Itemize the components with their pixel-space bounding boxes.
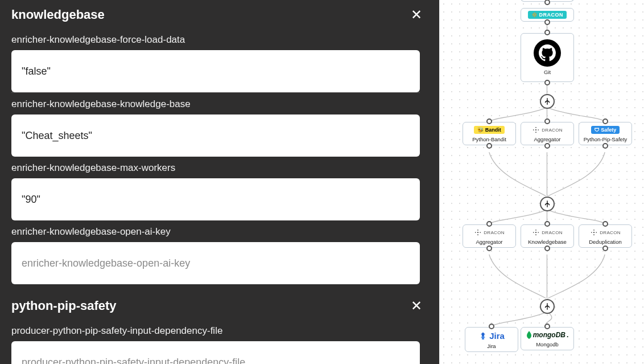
max-workers-input[interactable] [11, 178, 420, 220]
node-deduplication[interactable]: DRACON Deduplication [579, 224, 632, 248]
svg-point-18 [593, 234, 595, 235]
node-caption: Aggregator [465, 239, 513, 245]
node-caption: Python-Pip-Safety [581, 136, 629, 142]
node-caption: Jira [468, 343, 515, 349]
svg-point-17 [596, 232, 597, 233]
svg-point-8 [477, 234, 478, 235]
merge-node[interactable] [540, 197, 555, 211]
svg-point-12 [538, 232, 539, 233]
dracon-icon: DRACON [465, 228, 513, 236]
svg-point-4 [535, 129, 536, 130]
github-icon [534, 39, 561, 67]
dracon-icon: DRACON [581, 228, 629, 236]
section-header-pip-safety: python-pip-safety ✕ [11, 291, 428, 320]
node-git[interactable]: Git [521, 33, 574, 82]
svg-point-7 [480, 232, 481, 233]
svg-point-9 [477, 232, 478, 233]
field-label: enricher-knowledgebase-knowledge-base [11, 99, 428, 110]
section-title: python-pip-safety [11, 298, 117, 313]
field-label: producer-python-pip-safety-input-depende… [11, 325, 428, 337]
node-mongodb[interactable]: mongoDB. Mongodb [521, 327, 574, 350]
jira-icon: Jira [468, 331, 515, 341]
node-caption: Deduplication [581, 239, 629, 245]
mongodb-icon: mongoDB. [523, 331, 571, 339]
dependency-file-input[interactable] [11, 341, 420, 364]
node-python-bandit[interactable]: 🐝 Bandit Python-Bandit [463, 122, 516, 145]
svg-point-1 [533, 129, 534, 130]
node-caption: Git [523, 69, 571, 75]
safety-badge: 🛡 Safety [591, 126, 620, 134]
svg-point-11 [533, 232, 534, 233]
node-unknown-top[interactable] [521, 0, 574, 2]
svg-point-13 [535, 234, 536, 235]
force-load-data-input[interactable] [11, 50, 420, 92]
close-icon[interactable]: ✕ [405, 296, 428, 316]
node-aggregator-2[interactable]: DRACON Aggregator [463, 224, 516, 248]
svg-point-2 [538, 129, 539, 130]
merge-node[interactable] [540, 94, 555, 109]
node-python-pip-safety[interactable]: 🛡 Safety Python-Pip-Safety [579, 122, 632, 145]
node-jira[interactable]: Jira Jira [465, 327, 518, 352]
dracon-icon: DRACON [523, 126, 571, 134]
svg-point-5 [477, 230, 478, 231]
node-dracon-top[interactable]: 🔅DRACON [521, 8, 574, 22]
svg-point-6 [475, 232, 476, 233]
dracon-badge: 🔅DRACON [528, 11, 567, 19]
field-label: enricher-knowledgebase-max-workers [11, 162, 428, 174]
pipeline-canvas[interactable]: 🔅DRACON Git 🐝 Bandit Python-Bandit DRACO… [439, 0, 644, 364]
divider [11, 92, 420, 93]
svg-point-10 [535, 230, 536, 231]
node-caption: Python-Bandit [465, 136, 513, 142]
node-caption: Mongodb [523, 341, 571, 347]
svg-point-14 [535, 232, 536, 233]
config-panel: knowledgebase ✕ enricher-knowledgebase-f… [0, 0, 439, 364]
node-caption: Aggregator [523, 136, 571, 142]
section-header-knowledgebase: knowledgebase ✕ [11, 0, 428, 28]
svg-point-16 [591, 232, 592, 233]
node-aggregator-1[interactable]: DRACON Aggregator [521, 122, 574, 145]
merge-node[interactable] [540, 299, 555, 314]
node-caption: Knowledgebase [523, 239, 571, 245]
dracon-icon: DRACON [523, 228, 571, 236]
svg-point-3 [535, 132, 536, 133]
field-label: enricher-knowledgebase-open-ai-key [11, 226, 428, 238]
section-title: knowledgebase [11, 7, 105, 22]
svg-point-19 [593, 232, 595, 233]
open-ai-key-input[interactable] [11, 242, 420, 284]
svg-point-15 [593, 230, 595, 231]
node-knowledgebase[interactable]: DRACON Knowledgebase [521, 224, 574, 248]
bandit-badge: 🐝 Bandit [474, 126, 505, 134]
close-icon[interactable]: ✕ [405, 5, 428, 25]
svg-point-0 [535, 127, 536, 128]
knowledge-base-input[interactable] [11, 114, 420, 157]
field-label: enricher-knowledgebase-force-load-data [11, 34, 428, 46]
